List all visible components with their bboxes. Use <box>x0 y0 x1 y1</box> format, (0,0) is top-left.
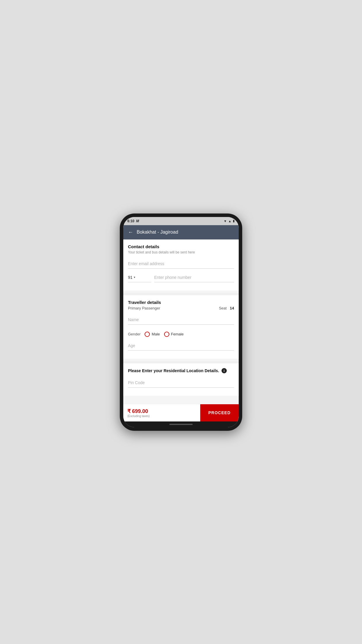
pincode-input[interactable] <box>128 377 234 388</box>
contact-section-subtitle: Your ticket and bus details will be sent… <box>128 250 234 254</box>
residential-title: Please Enter your Residential Location D… <box>128 368 219 373</box>
contact-details-section: Contact details Your ticket and bus deta… <box>123 239 239 290</box>
mail-icon: M <box>136 219 139 223</box>
battery-icon: ▮ <box>233 219 235 223</box>
female-radio[interactable]: Female <box>164 332 184 337</box>
phone-screen: 6:10 M ▼ ▲ ▮ ← Bokakhat - Jagiroad Conta… <box>123 217 239 427</box>
passenger-label: Primary Passenger <box>128 306 160 310</box>
price-section: ₹ 699.00 (Excluding taxes) <box>123 404 200 421</box>
currency-symbol: ₹ <box>127 408 131 414</box>
divider-2 <box>123 361 239 363</box>
name-input[interactable] <box>128 314 234 325</box>
dropdown-arrow-icon: ▾ <box>134 276 135 279</box>
age-input[interactable] <box>128 340 234 351</box>
bottom-bar: ₹ 699.00 (Excluding taxes) PROCEED <box>123 404 239 421</box>
phone-input[interactable] <box>154 272 234 282</box>
header-title: Bokakhat - Jagiroad <box>137 230 178 235</box>
seat-number: 14 <box>230 306 234 310</box>
tax-note: (Excluding taxes) <box>127 414 196 418</box>
seat-label: Seat <box>219 306 227 310</box>
back-button[interactable]: ← <box>128 229 133 235</box>
male-label: Male <box>152 332 160 336</box>
male-radio[interactable]: Male <box>145 332 160 337</box>
phone-frame: 6:10 M ▼ ▲ ▮ ← Bokakhat - Jagiroad Conta… <box>120 214 242 431</box>
wifi-icon: ▼ <box>224 219 227 223</box>
content-area: Contact details Your ticket and bus deta… <box>123 239 239 404</box>
email-input[interactable] <box>128 258 234 269</box>
traveller-header: Primary Passenger Seat 14 <box>128 306 234 310</box>
gender-row: Gender Male Female <box>128 328 234 340</box>
gender-label: Gender <box>128 332 140 336</box>
signal-icon: ▲ <box>228 219 231 223</box>
female-label: Female <box>171 332 184 336</box>
app-header: ← Bokakhat - Jagiroad <box>123 225 239 239</box>
country-code-selector[interactable]: 91 ▾ <box>128 272 151 282</box>
traveller-details-section: Traveller details Primary Passenger Seat… <box>123 295 239 359</box>
male-radio-circle <box>145 332 150 337</box>
female-radio-circle <box>164 332 169 337</box>
price-display: ₹ 699.00 <box>127 408 196 414</box>
residential-details-section: Please Enter your Residential Location D… <box>123 363 239 396</box>
price-value: 699.00 <box>132 408 148 414</box>
proceed-button[interactable]: PROCEED <box>200 404 239 421</box>
country-code-value: 91 <box>128 275 133 280</box>
status-left: 6:10 M <box>127 219 139 223</box>
contact-section-title: Contact details <box>128 244 234 249</box>
phone-row: 91 ▾ <box>128 272 234 282</box>
home-indicator <box>123 421 239 427</box>
residential-header: Please Enter your Residential Location D… <box>128 368 234 373</box>
time-display: 6:10 <box>127 219 134 223</box>
home-bar <box>169 424 193 425</box>
status-bar: 6:10 M ▼ ▲ ▮ <box>123 217 239 225</box>
divider-1 <box>123 293 239 295</box>
status-right: ▼ ▲ ▮ <box>224 219 235 223</box>
info-icon: i <box>222 368 227 373</box>
seat-info: Seat 14 <box>219 306 234 310</box>
traveller-section-title: Traveller details <box>128 300 234 305</box>
